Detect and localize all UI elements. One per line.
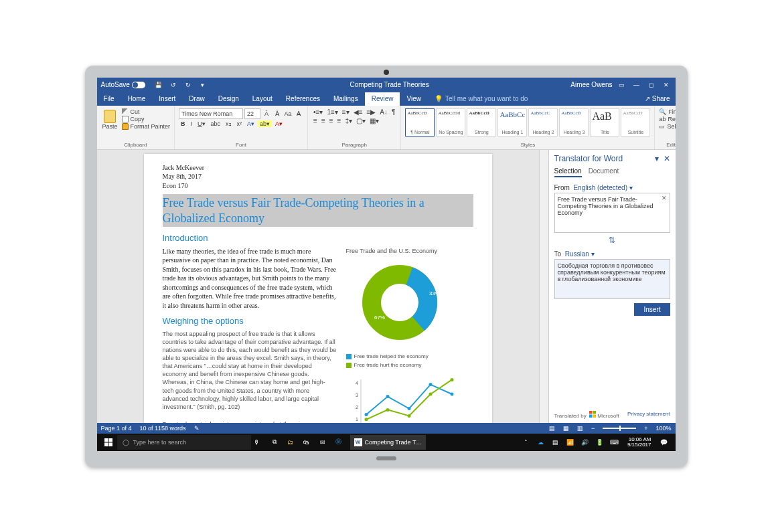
tray-keyboard-icon[interactable]: ⌨ bbox=[610, 438, 619, 447]
replace-button[interactable]: ab Replace bbox=[659, 116, 675, 122]
doc-heading-title[interactable]: Free Trade versus Fair Trade-Competing T… bbox=[163, 194, 473, 227]
style-heading1[interactable]: AaBbCcHeading 1 bbox=[497, 108, 527, 137]
tray-volume-icon[interactable]: 🔊 bbox=[581, 438, 590, 447]
justify-button[interactable]: ≡ bbox=[336, 117, 343, 124]
user-name[interactable]: Aimee Owens bbox=[570, 81, 612, 88]
tray-disk-icon[interactable]: ▤ bbox=[551, 438, 560, 447]
tell-me-box[interactable]: 💡 Tell me what you want to do bbox=[428, 92, 639, 106]
source-text-box[interactable]: Free Trade versus Fair Trade-Competing T… bbox=[554, 193, 670, 233]
style-heading2[interactable]: AaBbCcCHeading 2 bbox=[528, 108, 558, 137]
find-button[interactable]: 🔍 Find ▾ bbox=[659, 108, 675, 115]
ribbon-tab-file[interactable]: File bbox=[97, 92, 121, 106]
style-title[interactable]: AaBTitle bbox=[590, 108, 619, 137]
superscript-button[interactable]: x² bbox=[235, 120, 244, 127]
increase-font-icon[interactable]: Â bbox=[262, 109, 271, 118]
autosave-toggle[interactable] bbox=[132, 82, 145, 88]
style-nospacing[interactable]: AaBbCcDdNo Spacing bbox=[436, 108, 465, 137]
translator-tab-selection[interactable]: Selection bbox=[554, 167, 582, 177]
translator-tab-document[interactable]: Document bbox=[589, 167, 619, 177]
minimize-icon[interactable]: — bbox=[631, 80, 642, 90]
align-left-button[interactable]: ≡ bbox=[312, 117, 319, 124]
view-weblayout-icon[interactable]: ▥ bbox=[577, 425, 583, 432]
task-view-icon[interactable]: ⧉ bbox=[270, 438, 279, 447]
style-heading3[interactable]: AaBbCcDHeading 3 bbox=[559, 108, 589, 137]
translated-text-box[interactable]: Свободная торговля в противовес справедл… bbox=[554, 259, 670, 299]
borders-button[interactable]: ▦▾ bbox=[368, 117, 380, 124]
clear-formatting-icon[interactable]: A̶ bbox=[294, 109, 303, 118]
ribbon-tab-layout[interactable]: Layout bbox=[246, 92, 279, 106]
cut-button[interactable]: Cut bbox=[122, 108, 171, 115]
tray-network-icon[interactable]: 📶 bbox=[566, 438, 575, 447]
ribbon-tab-view[interactable]: View bbox=[400, 92, 428, 106]
style-strong[interactable]: AaBbCcDStrong bbox=[467, 108, 496, 137]
style-subtitle[interactable]: AaBbCcDSubtitle bbox=[621, 108, 650, 137]
clear-source-icon[interactable]: ✕ bbox=[662, 195, 667, 201]
file-explorer-icon[interactable]: 🗂 bbox=[286, 438, 295, 447]
privacy-link[interactable]: Privacy statement bbox=[627, 411, 670, 419]
spellcheck-icon[interactable]: ✎ bbox=[194, 425, 200, 432]
underline-button[interactable]: U▾ bbox=[196, 120, 208, 127]
strikethrough-button[interactable]: abc bbox=[209, 120, 223, 127]
qat-more-icon[interactable]: ▾ bbox=[198, 80, 208, 90]
start-button[interactable] bbox=[100, 438, 117, 446]
share-button[interactable]: ↗ Share bbox=[645, 95, 670, 102]
ribbon-tab-review[interactable]: Review bbox=[365, 92, 400, 106]
taskbar-clock[interactable]: 10:06 AM9/15/2017 bbox=[625, 437, 654, 448]
styles-gallery[interactable]: AaBbCcD¶ Normal AaBbCcDdNo Spacing AaBbC… bbox=[405, 108, 650, 137]
save-icon[interactable]: 💾 bbox=[153, 80, 164, 90]
tray-up-icon[interactable]: ˄ bbox=[522, 438, 531, 447]
decrease-indent-button[interactable]: ◀≡ bbox=[352, 108, 364, 116]
tray-onedrive-icon[interactable]: ☁ bbox=[536, 438, 546, 447]
copy-button[interactable]: Copy bbox=[122, 116, 171, 122]
line-spacing-button[interactable]: ‡▾ bbox=[343, 117, 354, 124]
maximize-icon[interactable]: ◻ bbox=[646, 80, 657, 90]
undo-icon[interactable]: ↺ bbox=[168, 80, 179, 90]
mail-icon[interactable]: ✉ bbox=[318, 438, 327, 447]
taskbar-search[interactable]: ◯ Type here to search bbox=[117, 435, 251, 450]
tray-battery-icon[interactable]: 🔋 bbox=[595, 438, 605, 447]
ribbon-tab-draw[interactable]: Draw bbox=[182, 92, 211, 106]
change-case-icon[interactable]: Aa bbox=[283, 109, 293, 118]
tablet-home-button[interactable] bbox=[376, 456, 396, 460]
document-page[interactable]: Jack McKeever May 8th, 2017 Econ 170 Fre… bbox=[144, 154, 492, 423]
font-size-select[interactable]: 22 bbox=[244, 108, 260, 119]
to-language-select[interactable]: Russian ▾ bbox=[565, 250, 595, 258]
zoom-level[interactable]: 100% bbox=[655, 425, 671, 432]
edge-icon[interactable]: ⓔ bbox=[334, 438, 343, 447]
view-printlayout-icon[interactable]: ▦ bbox=[563, 425, 569, 432]
show-marks-button[interactable]: ¶ bbox=[390, 108, 396, 116]
status-words[interactable]: 10 of 1158 words bbox=[140, 425, 186, 432]
view-readmode-icon[interactable]: ▤ bbox=[549, 425, 555, 432]
bullets-button[interactable]: •≡▾ bbox=[312, 108, 324, 116]
font-name-select[interactable]: Times New Roman bbox=[179, 108, 243, 119]
style-normal[interactable]: AaBbCcD¶ Normal bbox=[405, 108, 435, 137]
align-center-button[interactable]: ≡ bbox=[320, 117, 327, 124]
ribbon-options-icon[interactable]: ▭ bbox=[617, 80, 627, 90]
shading-button[interactable]: ▢▾ bbox=[355, 117, 367, 124]
text-effects-button[interactable]: A▾ bbox=[245, 120, 256, 127]
sort-button[interactable]: A↓ bbox=[378, 108, 389, 116]
subscript-button[interactable]: x₂ bbox=[224, 120, 234, 127]
zoom-slider[interactable] bbox=[603, 428, 636, 429]
translator-dropdown-icon[interactable]: ▾ bbox=[655, 154, 659, 163]
zoom-out-icon[interactable]: − bbox=[591, 425, 595, 432]
autosave[interactable]: AutoSave bbox=[101, 81, 145, 88]
taskbar-app-word[interactable]: W Competing Trade T… bbox=[350, 435, 427, 450]
redo-icon[interactable]: ↻ bbox=[183, 80, 194, 90]
from-language-select[interactable]: English (detected) ▾ bbox=[573, 184, 632, 191]
translator-close-icon[interactable]: ✕ bbox=[664, 154, 670, 163]
paste-button[interactable]: Paste bbox=[101, 108, 119, 131]
ribbon-tab-home[interactable]: Home bbox=[121, 92, 153, 106]
status-page[interactable]: Page 1 of 4 bbox=[101, 425, 132, 432]
select-button[interactable]: ▭ Select ▾ bbox=[659, 123, 675, 130]
increase-indent-button[interactable]: ≡▶ bbox=[365, 108, 377, 116]
bold-button[interactable]: B bbox=[179, 120, 187, 127]
align-right-button[interactable]: ≡ bbox=[328, 117, 335, 124]
ribbon-tab-mailings[interactable]: Mailings bbox=[327, 92, 365, 106]
store-icon[interactable]: 🛍 bbox=[302, 438, 311, 447]
numbering-button[interactable]: 1≡▾ bbox=[325, 108, 339, 116]
swap-languages-icon[interactable]: ⇅ bbox=[554, 236, 670, 245]
document-area[interactable]: Jack McKeever May 8th, 2017 Econ 170 Fre… bbox=[97, 150, 539, 423]
ribbon-tab-insert[interactable]: Insert bbox=[152, 92, 182, 106]
close-icon[interactable]: ✕ bbox=[661, 80, 672, 90]
